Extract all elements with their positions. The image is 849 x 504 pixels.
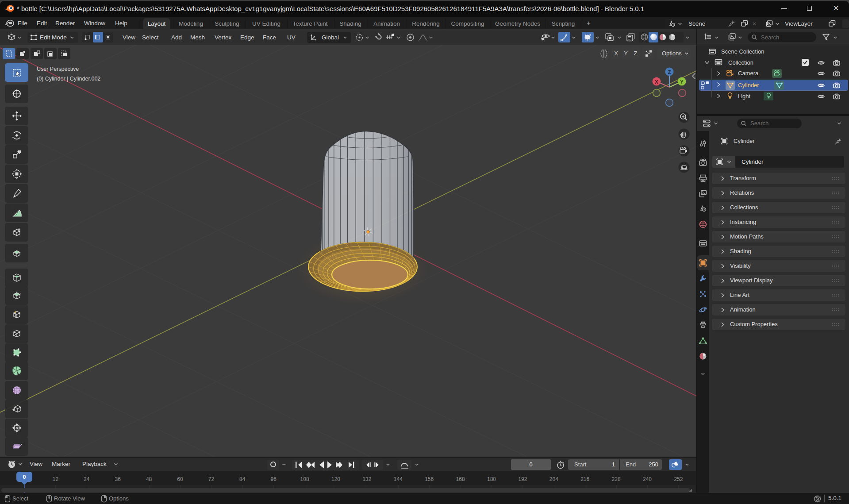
svg-text:Z: Z [668,69,671,75]
svg-text:Y: Y [680,79,684,85]
svg-text:X: X [655,79,658,85]
